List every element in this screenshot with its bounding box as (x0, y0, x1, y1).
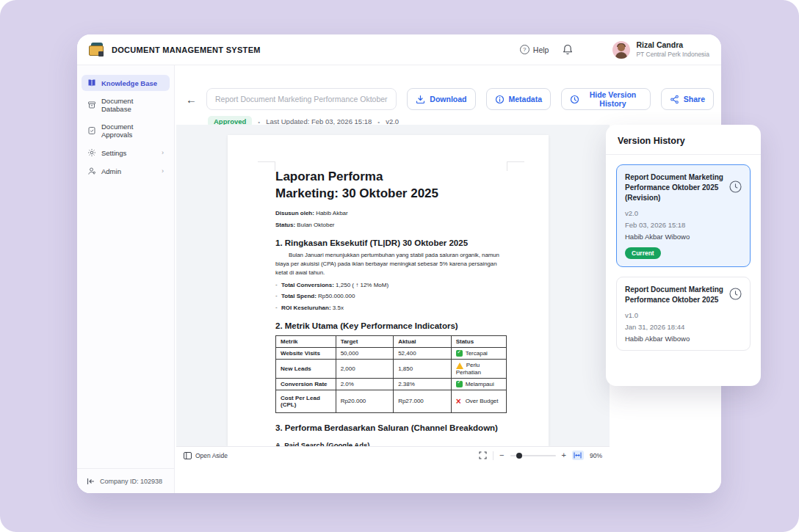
status-warning-icon (456, 362, 463, 369)
bullet-item: Total Conversions: 1,250 ( ↑ 12% MoM) (275, 282, 507, 288)
sidebar-item-document-database[interactable]: Document Database (82, 93, 170, 117)
version-number: v1.0 (625, 311, 742, 319)
fit-width-icon (574, 452, 582, 459)
current-badge: Current (625, 247, 661, 259)
version-history-panel: Version History Report Document Marketin… (606, 125, 761, 386)
section-heading: 3. Performa Berdasarkan Saluran (Channel… (275, 423, 507, 432)
share-label: Share (684, 95, 705, 103)
table-row: Website Visits 50,000 52,400 Tercapai (276, 347, 507, 359)
bullet-item: Total Spend: Rp50.000.000 (275, 293, 507, 299)
fullscreen-button[interactable] (479, 449, 487, 462)
table-row: New Leads 2,000 1,850 Perlu Perhatian (276, 360, 507, 378)
chevron-right-icon: › (162, 167, 164, 175)
open-aside-label: Open Aside (195, 452, 228, 459)
version-title: Report Document Marketing Performance Ok… (625, 172, 725, 203)
zoom-out-button[interactable]: − (499, 451, 504, 459)
apps-grid-icon[interactable] (587, 44, 599, 56)
download-button[interactable]: Download (407, 88, 475, 110)
sidebar-item-label: Settings (101, 149, 126, 157)
table-row: Conversion Rate 2.0% 2.38% Melampaui (276, 378, 507, 390)
status-cross-icon (456, 398, 463, 405)
document-heading: Laporan Performa Marketing: 30 Oktober 2… (275, 169, 507, 202)
version-date: Jan 31, 2026 18:44 (625, 323, 742, 331)
subsection-heading: A. Paid Search (Google Ads) (275, 441, 507, 446)
document-check-icon (87, 126, 96, 135)
sidebar-item-document-approvals[interactable]: Document Approvals (82, 119, 170, 142)
notification-bell-icon[interactable] (563, 44, 573, 55)
kpi-table: Metrik Target Aktual Status Website Visi… (275, 335, 507, 413)
section-heading: 2. Metrik Utama (Key Performance Indicat… (275, 321, 507, 330)
zoom-slider[interactable] (510, 452, 556, 459)
version-card-v2[interactable]: Report Document Marketing Performance Ok… (616, 164, 751, 267)
sidebar-item-label: Admin (101, 167, 121, 175)
download-label: Download (430, 95, 466, 103)
section-heading: 1. Ringkasan Eksekutif (TL|DR) 30 Oktobe… (275, 238, 507, 247)
app-header: DOCUMENT MANAGEMENT SYSTEM ? Help (77, 34, 721, 65)
status-check-icon (456, 350, 463, 357)
version-author: Habib Akbar Wibowo (625, 335, 742, 343)
sidebar-item-knowledge-base[interactable]: Knowledge Base (82, 75, 170, 91)
margin-corner-mark (507, 161, 524, 171)
version-title: Report Document Marketing Performance Ok… (625, 285, 725, 305)
user-menu[interactable]: Rizal Candra PT Central Perk Indonesia (612, 40, 709, 59)
margin-corner-mark (258, 161, 275, 171)
history-clock-icon (729, 288, 742, 303)
document-toolbar: ← Download Metadata Hide Version History… (186, 88, 714, 110)
aside-panel-icon (184, 452, 192, 459)
sidebar-item-admin[interactable]: Admin › (82, 163, 170, 179)
info-icon (495, 95, 505, 104)
document-page[interactable]: Laporan Performa Marketing: 30 Oktober 2… (228, 135, 549, 446)
version-date: Feb 03, 2026 15:18 (625, 221, 742, 229)
zoom-level: 90% (590, 452, 602, 459)
hide-version-history-button[interactable]: Hide Version History (561, 88, 651, 110)
sidebar-item-label: Document Database (101, 97, 164, 113)
zoom-in-button[interactable]: + (562, 451, 566, 459)
back-arrow-button[interactable]: ← (186, 94, 197, 105)
company-id-row[interactable]: Company ID: 102938 (77, 468, 174, 493)
version-author: Habib Akbar Wibowo (625, 233, 742, 241)
preview-control-bar: Open Aside − + 90% (176, 446, 610, 464)
sidebar-item-label: Knowledge Base (101, 79, 157, 87)
archive-icon (87, 101, 96, 109)
share-button[interactable]: Share (661, 88, 714, 110)
history-clock-icon (729, 181, 742, 196)
user-name: Rizal Candra (636, 40, 709, 51)
version-history-title: Version History (606, 125, 761, 155)
status-check-icon (456, 381, 463, 387)
user-company: PT Central Perk Indonesia (636, 51, 709, 59)
open-aside-button[interactable]: Open Aside (184, 452, 228, 459)
table-row: Cost Per Lead (CPL) Rp20.000 Rp27.000 Ov… (276, 390, 507, 412)
bullet-item: ROI Keseluruhan: 3.5x (275, 305, 507, 311)
metadata-button[interactable]: Metadata (486, 88, 552, 110)
help-button[interactable]: ? Help (520, 45, 549, 54)
document-title-input[interactable] (206, 88, 397, 110)
share-icon (670, 95, 679, 104)
book-icon (87, 79, 96, 87)
sidebar: Knowledge Base Document Database Documen… (77, 65, 175, 493)
help-label: Help (533, 45, 549, 54)
zoom-slider-handle[interactable] (516, 453, 522, 459)
app-logo-icon (89, 43, 105, 57)
desktop-background: DOCUMENT MANAGEMENT SYSTEM ? Help (0, 0, 799, 532)
sidebar-item-settings[interactable]: Settings › (82, 145, 170, 161)
sidebar-item-label: Document Approvals (101, 123, 164, 139)
metadata-label: Metadata (509, 95, 543, 103)
divider (493, 451, 494, 460)
admin-person-icon (87, 167, 96, 175)
chevron-right-icon: › (162, 149, 164, 156)
section-paragraph: Bulan Januari menunjukkan pertumbuhan ya… (275, 251, 507, 277)
collapse-sidebar-icon (87, 478, 95, 485)
question-icon: ? (520, 45, 529, 54)
app-title: DOCUMENT MANAGEMENT SYSTEM (112, 45, 261, 54)
company-id-label: Company ID: 102938 (100, 478, 162, 485)
gear-icon (87, 148, 96, 157)
fit-width-button[interactable] (572, 451, 584, 460)
download-icon (416, 95, 425, 104)
document-preview-area: Laporan Performa Marketing: 30 Oktober 2… (176, 125, 610, 446)
hide-version-history-label: Hide Version History (584, 90, 642, 108)
document-meta: Disusun oleh: Habib Akbar Status: Bulan … (275, 210, 507, 228)
version-number: v2.0 (625, 209, 742, 217)
version-card-v1[interactable]: Report Document Marketing Performance Ok… (616, 277, 751, 351)
clock-icon (570, 95, 579, 104)
avatar (612, 41, 630, 59)
